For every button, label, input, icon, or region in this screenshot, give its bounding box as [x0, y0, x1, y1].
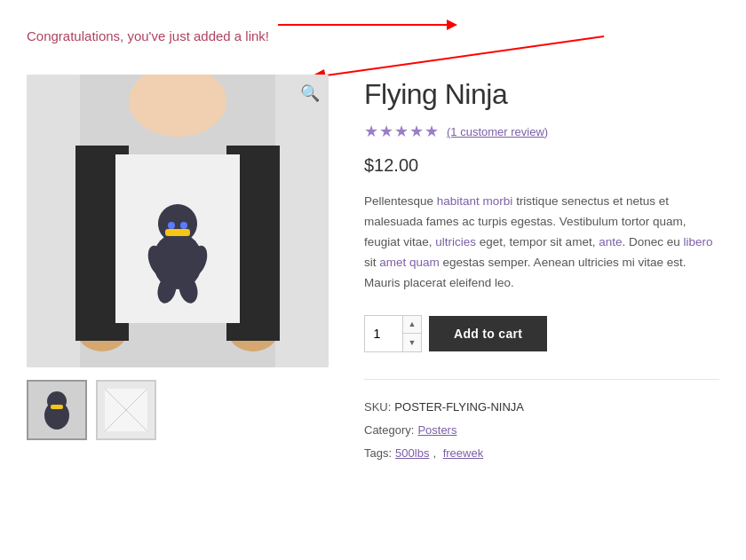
- desc-link-habitant[interactable]: habitant morbi: [437, 194, 513, 208]
- tag-separator: ,: [433, 442, 439, 465]
- diagonal-arrow-svg: [293, 32, 613, 85]
- congrats-text: Congratulations, you've just added a lin…: [27, 28, 269, 43]
- tag-freewek-link[interactable]: freewek: [443, 442, 484, 465]
- sku-value: POSTER-FLYING-NINJA: [394, 396, 524, 419]
- add-to-cart-button[interactable]: Add to cart: [429, 316, 547, 351]
- svg-rect-15: [165, 229, 190, 236]
- category-label: Category:: [364, 419, 414, 442]
- svg-marker-1: [447, 20, 457, 30]
- thumbnail-2[interactable]: [96, 380, 156, 440]
- desc-link-libero[interactable]: libero: [683, 235, 712, 248]
- sku-label: SKU:: [364, 396, 391, 419]
- zoom-icon[interactable]: 🔍: [300, 83, 320, 103]
- desc-link-ultricies[interactable]: ultricies: [435, 235, 476, 248]
- product-illustration: [27, 75, 329, 367]
- quantity-up-button[interactable]: ▲: [403, 316, 421, 334]
- review-link[interactable]: (1 customer review): [447, 125, 548, 138]
- svg-rect-25: [51, 405, 63, 409]
- category-link[interactable]: Posters: [417, 419, 456, 442]
- tag-500lbs-link[interactable]: 500lbs: [395, 442, 429, 465]
- sku-row: SKU: POSTER-FLYING-NINJA: [364, 396, 719, 419]
- main-product-image: 🔍: [27, 75, 329, 367]
- product-images: 🔍: [27, 75, 329, 440]
- quantity-down-button[interactable]: ▼: [403, 334, 421, 351]
- star-rating: ★★★★★: [364, 122, 440, 141]
- desc-link-amet[interactable]: amet quam: [379, 256, 440, 269]
- thumbnail-row: [27, 380, 329, 440]
- page-wrapper: Congratulations, you've just added a lin…: [0, 0, 746, 483]
- svg-point-14: [158, 204, 197, 243]
- quantity-arrows: ▲ ▼: [402, 316, 421, 351]
- quantity-input[interactable]: [365, 316, 402, 351]
- category-row: Category: Posters: [364, 419, 719, 442]
- product-area: 🔍: [27, 75, 719, 465]
- thumbnail-1[interactable]: [27, 380, 87, 440]
- rating-row: ★★★★★ (1 customer review): [364, 122, 719, 141]
- product-description: Pellentesque habitant morbi tristique se…: [364, 192, 719, 294]
- product-info: Flying Ninja ★★★★★ (1 customer review) $…: [364, 75, 719, 465]
- svg-point-17: [180, 222, 187, 229]
- tags-row: Tags: 500lbs, freewek: [364, 442, 719, 465]
- desc-link-ante[interactable]: ante: [599, 235, 622, 248]
- quantity-input-wrap: ▲ ▼: [364, 315, 422, 352]
- product-price: $12.00: [364, 155, 719, 176]
- svg-point-16: [168, 222, 175, 229]
- svg-line-3: [320, 36, 604, 76]
- product-meta: SKU: POSTER-FLYING-NINJA Category: Poste…: [364, 379, 719, 465]
- tags-label: Tags:: [364, 442, 392, 465]
- add-to-cart-row: ▲ ▼ Add to cart: [364, 315, 719, 352]
